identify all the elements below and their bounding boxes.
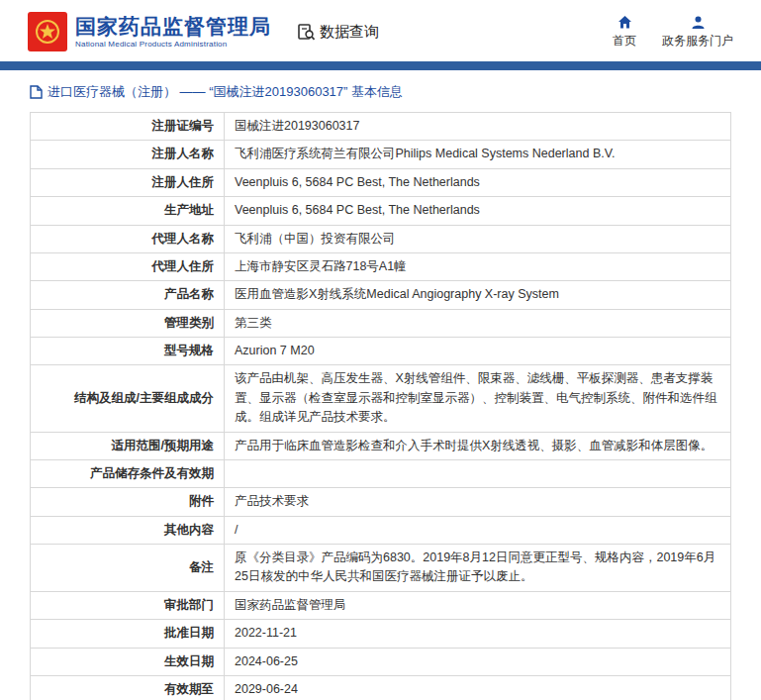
nav-item-home[interactable]: 首页 xyxy=(613,15,636,50)
table-row: 生产地址 Veenpluis 6, 5684 PC Best, The Neth… xyxy=(31,197,731,225)
table-row: 有效期至 2029-06-24 xyxy=(31,675,731,700)
field-value: 产品技术要求 xyxy=(225,488,731,516)
user-icon xyxy=(691,15,706,30)
nav-item-label: 首页 xyxy=(613,33,636,50)
main-content: 进口医疗器械（注册） —— “国械注进20193060317” 基本信息 注册证… xyxy=(0,83,761,700)
field-label: 代理人名称 xyxy=(31,225,225,252)
field-value: 该产品由机架、高压发生器、X射线管组件、限束器、滤线栅、平板探测器、患者支撑装置… xyxy=(225,365,731,432)
field-value: 医用血管造影X射线系统Medical Angiography X-ray Sys… xyxy=(225,281,731,309)
table-row: 附件 产品技术要求 xyxy=(31,488,731,516)
field-value: 飞利浦医疗系统荷兰有限公司Philips Medical Systems Ned… xyxy=(225,141,731,168)
field-value: Azurion 7 M20 xyxy=(225,338,731,365)
field-value: / xyxy=(225,516,731,544)
field-value: 产品用于临床血管造影检查和介入手术时提供X射线透视、摄影、血管减影和体层图像。 xyxy=(225,432,731,459)
table-row: 适用范围/预期用途 产品用于临床血管造影检查和介入手术时提供X射线透视、摄影、血… xyxy=(31,432,731,459)
field-label: 附件 xyxy=(31,488,225,516)
table-row: 产品名称 医用血管造影X射线系统Medical Angiography X-ra… xyxy=(31,281,731,309)
field-value: 原《分类目录》产品编码为6830。2019年8月12日同意更正型号、规格内容，2… xyxy=(225,545,731,592)
field-value: 第三类 xyxy=(225,309,731,337)
field-value: 飞利浦（中国）投资有限公司 xyxy=(225,225,731,252)
table-row: 生效日期 2024-06-25 xyxy=(31,648,731,675)
table-row: 注册证编号 国械注进20193060317 xyxy=(31,113,731,141)
field-label: 型号规格 xyxy=(31,338,225,365)
home-icon xyxy=(618,15,632,30)
site-header: 国家药品监督管理局 National Medical Products Admi… xyxy=(0,0,761,61)
field-label: 注册证编号 xyxy=(31,113,225,141)
table-row: 注册人名称 飞利浦医疗系统荷兰有限公司Philips Medical Syste… xyxy=(31,141,731,168)
field-label: 生产地址 xyxy=(31,197,225,225)
field-label: 适用范围/预期用途 xyxy=(31,432,225,459)
field-value: 上海市静安区灵石路718号A1幢 xyxy=(225,252,731,280)
table-row: 产品储存条件及有效期 xyxy=(31,459,731,487)
table-row: 代理人住所 上海市静安区灵石路718号A1幢 xyxy=(31,252,731,280)
table-row: 批准日期 2022-11-21 xyxy=(31,620,731,648)
field-value xyxy=(225,459,731,487)
field-label: 产品储存条件及有效期 xyxy=(31,459,225,487)
field-value: 2029-06-24 xyxy=(225,675,731,700)
national-emblem-icon xyxy=(33,17,62,47)
site-title-block: 国家药品监督管理局 National Medical Products Admi… xyxy=(75,15,271,49)
field-label: 产品名称 xyxy=(31,281,225,309)
field-value: 国家药品监督管理局 xyxy=(225,591,731,619)
breadcrumb: 进口医疗器械（注册） —— “国械注进20193060317” 基本信息 xyxy=(30,83,731,101)
field-value: 国械注进20193060317 xyxy=(225,113,731,141)
table-row: 审批部门 国家药品监督管理局 xyxy=(31,591,731,619)
data-query-label: 数据查询 xyxy=(320,23,379,42)
site-title: 国家药品监督管理局 xyxy=(75,15,271,38)
field-value: 2024-06-25 xyxy=(225,648,731,675)
nmpa-emblem-logo xyxy=(28,12,67,51)
field-label: 其他内容 xyxy=(31,516,225,544)
breadcrumb-text: 进口医疗器械（注册） —— “国械注进20193060317” 基本信息 xyxy=(48,83,403,101)
field-label: 审批部门 xyxy=(31,591,225,619)
data-query-icon xyxy=(297,23,316,42)
table-row: 管理类别 第三类 xyxy=(31,309,731,337)
nav-item-portal[interactable]: 政务服务门户 xyxy=(662,15,733,50)
header-nav: 首页 政务服务门户 xyxy=(613,15,733,50)
field-label: 有效期至 xyxy=(31,675,225,700)
field-label: 批准日期 xyxy=(31,620,225,648)
field-label: 管理类别 xyxy=(31,309,225,337)
table-row: 代理人名称 飞利浦（中国）投资有限公司 xyxy=(31,225,731,252)
field-value: 2022-11-21 xyxy=(225,620,731,648)
field-label: 注册人住所 xyxy=(31,168,225,196)
site-subtitle: National Medical Products Administration xyxy=(75,40,271,49)
field-label: 备注 xyxy=(31,545,225,592)
field-value: Veenpluis 6, 5684 PC Best, The Netherlan… xyxy=(225,168,731,196)
header-divider-bar xyxy=(0,61,761,70)
field-label: 注册人名称 xyxy=(31,141,225,168)
table-row: 其他内容 / xyxy=(31,516,731,544)
field-label: 代理人住所 xyxy=(31,252,225,280)
table-row: 型号规格 Azurion 7 M20 xyxy=(31,338,731,365)
field-label: 结构及组成/主要组成成分 xyxy=(31,365,225,432)
table-row: 备注 原《分类目录》产品编码为6830。2019年8月12日同意更正型号、规格内… xyxy=(31,545,731,592)
registration-info-table: 注册证编号 国械注进20193060317 注册人名称 飞利浦医疗系统荷兰有限公… xyxy=(30,112,731,700)
table-row: 注册人住所 Veenpluis 6, 5684 PC Best, The Net… xyxy=(31,168,731,196)
data-query-link[interactable]: 数据查询 xyxy=(297,23,379,42)
field-value: Veenpluis 6, 5684 PC Best, The Netherlan… xyxy=(225,197,731,225)
table-row: 结构及组成/主要组成成分 该产品由机架、高压发生器、X射线管组件、限束器、滤线栅… xyxy=(31,365,731,432)
field-label: 生效日期 xyxy=(31,648,225,675)
nav-item-label: 政务服务门户 xyxy=(662,33,733,50)
document-icon xyxy=(30,85,43,99)
